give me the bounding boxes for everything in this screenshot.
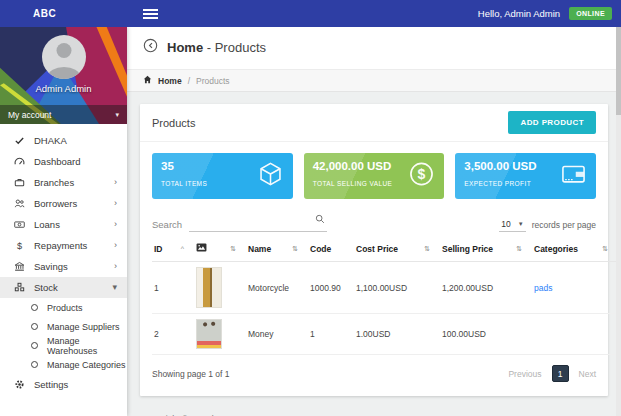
submenu-item-products[interactable]: Products: [0, 298, 127, 317]
pagination-next[interactable]: Next: [579, 369, 596, 379]
dashboard-icon: [13, 156, 25, 168]
page-content: Products ADD PRODUCT 35 TOTAL ITEMS 42,0…: [127, 92, 621, 416]
sort-asc-icon[interactable]: ^: [181, 245, 184, 252]
profile-section: Admin Admin My account ▾: [0, 27, 127, 124]
sidebar-item-borrowers[interactable]: Borrowers ›: [0, 193, 127, 214]
sort-icon[interactable]: ⇅: [424, 245, 430, 253]
products-table: ID^ ⇅ Name⇅ Code Cost Price⇅ Selling Pri…: [152, 236, 621, 355]
chevron-down-icon: ▾: [115, 111, 119, 119]
sidebar-item-label: Savings: [34, 261, 68, 272]
records-per-page-value: 10: [501, 219, 510, 229]
online-status-badge[interactable]: ONLINE: [569, 7, 612, 20]
topbar-right: Hello, Admin Admin ONLINE: [478, 7, 621, 20]
submenu-item-manage-warehouses[interactable]: Manage Warehouses: [0, 336, 127, 355]
chevron-right-icon: ›: [114, 241, 117, 250]
back-circle-icon[interactable]: [143, 38, 158, 57]
svg-text:$: $: [418, 166, 426, 182]
content-header: Home - Products: [127, 27, 621, 69]
submenu-item-label: Manage Warehouses: [47, 336, 127, 356]
page-title-secondary: - Products: [207, 40, 266, 55]
footer-copyright: Copyright © 2019 by ABC: [140, 396, 608, 416]
sidebar-item-label: Loans: [34, 219, 60, 230]
money-icon: [13, 219, 25, 231]
column-header-id[interactable]: ID^: [154, 244, 192, 254]
cell-code: 1000.90: [308, 262, 354, 314]
add-product-button[interactable]: ADD PRODUCT: [508, 111, 596, 134]
circle-icon: [31, 323, 38, 330]
submenu-item-manage-categories[interactable]: Manage Categories: [0, 355, 127, 374]
sidebar-item-branches[interactable]: Branches ›: [0, 172, 127, 193]
gear-icon: [13, 379, 25, 391]
submenu-item-manage-suppliers[interactable]: Manage Suppliers: [0, 317, 127, 336]
sidebar-item-repayments[interactable]: $ Repayments ›: [0, 235, 127, 256]
submenu-item-label: Products: [47, 303, 83, 313]
topbar: ABC Hello, Admin Admin ONLINE: [0, 0, 621, 27]
sidebar-item-loans[interactable]: Loans ›: [0, 214, 127, 235]
scrollbar-thumb[interactable]: [616, 27, 621, 115]
column-header-code[interactable]: Code: [310, 244, 352, 254]
bank-icon: [13, 261, 25, 273]
sidebar-item-label: DHAKA: [34, 135, 67, 146]
stat-card-expected-profit: 3,500.00 USD EXPECTED PROFIT: [455, 153, 596, 199]
column-header-image[interactable]: ⇅: [196, 243, 244, 254]
column-header-name[interactable]: Name⇅: [248, 244, 306, 254]
circle-icon: [31, 342, 38, 349]
breadcrumb-home-link[interactable]: Home: [158, 76, 182, 86]
submenu-item-label: Manage Categories: [47, 360, 126, 370]
sidebar-item-settings[interactable]: Settings: [0, 374, 127, 395]
sort-icon[interactable]: ⇅: [292, 245, 298, 253]
avatar: [42, 35, 86, 79]
table-header-row: ID^ ⇅ Name⇅ Code Cost Price⇅ Selling Pri…: [152, 236, 621, 262]
sidebar-item-savings[interactable]: Savings ›: [0, 256, 127, 277]
sidebar-menu: DHAKA Dashboard Branches › Borrowers: [0, 124, 127, 395]
dollar-icon: $: [13, 240, 25, 252]
table-row: 2 Money 1 1.00USD 100.00USD ▼: [152, 314, 621, 355]
page-title: Home - Products: [167, 40, 266, 55]
stat-card-total-selling-value: 42,000.00 USD TOTAL SELLING VALUE $: [304, 153, 445, 199]
column-header-categories[interactable]: Categories⇅: [534, 244, 616, 254]
dollar-circle-icon: $: [408, 161, 435, 192]
pagination: Previous 1 Next: [508, 365, 596, 382]
product-thumbnail[interactable]: [196, 267, 222, 308]
image-icon: [196, 243, 207, 254]
search-box: [189, 212, 327, 232]
main-area: Home - Products Home / Products Products…: [127, 27, 621, 416]
submenu-item-label: Manage Suppliers: [47, 322, 120, 332]
sidebar-item-dhaka[interactable]: DHAKA: [0, 130, 127, 151]
pagination-previous[interactable]: Previous: [508, 369, 541, 379]
sidebar-item-label: Dashboard: [34, 156, 80, 167]
app-window: ABC Hello, Admin Admin ONLINE Admin Admi…: [0, 0, 621, 416]
briefcase-icon: [13, 177, 25, 189]
sidebar-item-label: Settings: [34, 379, 68, 390]
sidebar-item-stock[interactable]: Stock ▾: [0, 277, 127, 298]
hamburger-menu-icon[interactable]: [143, 9, 158, 19]
sort-icon[interactable]: ⇅: [602, 245, 608, 253]
column-header-cost-price[interactable]: Cost Price⇅: [356, 244, 438, 254]
records-per-page-select[interactable]: 10 ▼: [499, 218, 525, 232]
pagination-page-1[interactable]: 1: [552, 365, 569, 382]
sort-icon[interactable]: ⇅: [230, 245, 236, 253]
category-link[interactable]: pads: [534, 283, 552, 293]
sidebar-item-dashboard[interactable]: Dashboard: [0, 151, 127, 172]
sidebar-item-label: Repayments: [34, 240, 87, 251]
cell-id: 2: [152, 314, 194, 355]
user-greeting[interactable]: Hello, Admin Admin: [478, 8, 560, 19]
breadcrumb-separator: /: [188, 76, 190, 86]
stat-cards: 35 TOTAL ITEMS 42,000.00 USD TOTAL SELLI…: [140, 142, 608, 202]
breadcrumb: Home / Products: [127, 69, 621, 92]
my-account-toggle[interactable]: My account ▾: [0, 105, 127, 124]
column-header-selling-price[interactable]: Selling Price⇅: [442, 244, 530, 254]
product-thumbnail[interactable]: [196, 319, 222, 349]
search-input[interactable]: [189, 216, 327, 232]
sidebar: Admin Admin My account ▾ DHAKA Dashboard: [0, 27, 127, 416]
scrollbar-track[interactable]: [616, 27, 621, 416]
brand-logo[interactable]: ABC: [0, 8, 127, 19]
home-icon[interactable]: [143, 75, 152, 86]
search-label: Search: [152, 219, 182, 232]
cell-name: Money: [246, 314, 308, 355]
cube-icon: [257, 161, 284, 192]
sort-icon[interactable]: ⇅: [516, 245, 522, 253]
chevron-right-icon: ›: [114, 199, 117, 208]
sidebar-item-label: Branches: [34, 177, 74, 188]
cubes-icon: [13, 282, 25, 294]
